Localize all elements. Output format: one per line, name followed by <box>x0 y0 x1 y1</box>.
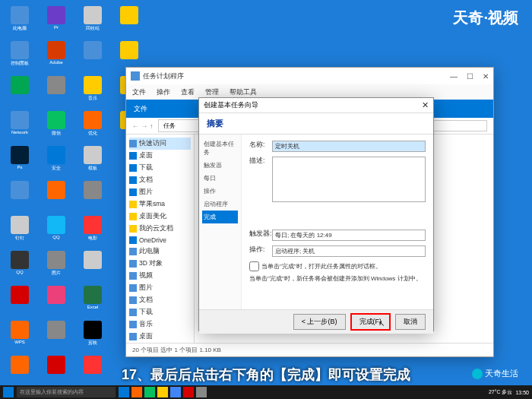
sidebar-item[interactable]: 文档 <box>129 174 191 186</box>
wizard-footer: < 上一步(B) 完成(F)↖ 取消 <box>199 309 433 334</box>
desktop-icon[interactable]: QQ <box>6 251 33 280</box>
desktop-icon[interactable] <box>6 286 33 315</box>
maximize-button[interactable]: ☐ <box>467 72 473 81</box>
action-label: 操作: <box>249 245 272 255</box>
desktop-icon[interactable]: 音乐 <box>79 76 106 105</box>
close-icon[interactable]: ✕ <box>422 100 429 110</box>
taskbar-app-icon[interactable] <box>183 387 194 397</box>
wizard-step[interactable]: 创建基本任务 <box>202 138 238 159</box>
desktop-icon[interactable]: 图片 <box>43 251 70 280</box>
sidebar-item[interactable]: 视频 <box>129 270 191 282</box>
wizard-titlebar[interactable]: 创建基本任务向导 ✕ <box>199 98 433 113</box>
desktop-icon[interactable] <box>43 181 70 210</box>
desktop-icon[interactable]: 模板 <box>79 146 106 175</box>
menu-item[interactable]: 查看 <box>181 87 195 97</box>
taskbar-app-icon[interactable] <box>196 387 207 397</box>
sidebar-item[interactable]: 下载 <box>129 162 191 174</box>
wizard-step[interactable]: 启动程序 <box>202 198 238 211</box>
create-task-wizard: 创建基本任务向导 ✕ 摘要 创建基本任务触发器每日操作启动程序完成 名称: 定时… <box>198 97 434 331</box>
sidebar-item[interactable]: 桌面 <box>129 150 191 162</box>
open-properties-checkbox[interactable]: 当单击"完成"时，打开此任务属性的对话框。 <box>249 261 426 271</box>
taskbar-app-icon[interactable] <box>157 387 168 397</box>
menu-item[interactable]: 文件 <box>132 87 146 97</box>
sidebar-item[interactable]: 快速访问 <box>129 138 191 150</box>
desktop-icon[interactable] <box>43 321 70 350</box>
cursor-icon: ↖ <box>378 319 385 328</box>
finish-button[interactable]: 完成(F)↖ <box>350 313 391 331</box>
sidebar-item[interactable]: 3D 对象 <box>129 258 191 270</box>
desktop-icon[interactable] <box>79 251 106 280</box>
menu-item[interactable]: 管理 <box>205 87 219 97</box>
sidebar-item[interactable]: 我的云文档 <box>129 223 191 235</box>
desktop-icon[interactable]: 安全 <box>43 146 70 175</box>
minimize-button[interactable]: — <box>450 72 458 81</box>
taskbar-app-icon[interactable] <box>119 387 129 397</box>
desktop-icon[interactable] <box>116 41 143 70</box>
wizard-step[interactable]: 完成 <box>202 211 238 223</box>
desc-field[interactable] <box>272 157 426 202</box>
wizard-step[interactable]: 操作 <box>202 185 238 198</box>
desktop-icon[interactable]: Ps <box>6 146 33 175</box>
menu-item[interactable]: 操作 <box>157 87 170 97</box>
wizard-step[interactable]: 每日 <box>202 172 238 185</box>
taskbar-app-icon[interactable] <box>144 387 155 397</box>
desktop-icon[interactable]: WPS <box>6 321 33 350</box>
back-button[interactable]: < 上一步(B) <box>293 314 346 330</box>
clock[interactable]: 13:50 <box>515 390 529 395</box>
wizard-steps: 创建基本任务触发器每日操作启动程序完成 <box>199 135 242 309</box>
sidebar-item[interactable]: 图片 <box>129 186 191 198</box>
sidebar-item[interactable]: 音乐 <box>129 318 191 331</box>
sidebar-item[interactable]: 图片 <box>129 282 191 294</box>
desktop-icon[interactable]: 优化 <box>79 111 106 140</box>
menu-item[interactable]: 帮助工具 <box>230 87 257 97</box>
desktop-icon[interactable] <box>43 76 70 105</box>
window-title: 任务计划程序 <box>143 71 184 81</box>
desktop-icon[interactable] <box>116 6 143 35</box>
tutorial-caption: 17、最后后点击右下角的【完成】即可设置完成 <box>0 366 532 384</box>
desktop-icon[interactable] <box>6 76 33 105</box>
name-field[interactable]: 定时关机 <box>272 141 426 152</box>
checkbox-input[interactable] <box>249 261 259 271</box>
desktop-icon[interactable]: Pr <box>43 6 70 35</box>
sidebar-item[interactable]: 此电脑 <box>129 245 191 258</box>
wizard-step[interactable]: 触发器 <box>202 159 238 172</box>
desktop-icon[interactable]: 此电脑 <box>6 6 33 35</box>
taskbar-app-icon[interactable] <box>131 387 142 397</box>
taskbar-app-icon[interactable] <box>170 387 181 397</box>
sidebar-item[interactable]: 桌面 <box>129 331 191 343</box>
desktop: 此电脑Pr回收站控制面板Adobe音乐Network微信优化Ps安全模板钉钉QQ… <box>0 0 532 399</box>
close-button[interactable]: ✕ <box>483 72 489 81</box>
sidebar-item[interactable]: 下载 <box>129 306 191 318</box>
desktop-icon[interactable]: 微信 <box>43 111 70 140</box>
desktop-icon[interactable] <box>6 181 33 210</box>
desktop-icon[interactable]: 控制面板 <box>6 41 33 70</box>
sidebar: 快速访问桌面下载文档图片苹果sma桌面美化我的云文档OneDrive此电脑3D … <box>126 135 195 343</box>
desktop-icon[interactable]: Network <box>6 111 33 140</box>
sidebar-item[interactable]: 桌面美化 <box>129 211 191 223</box>
sidebar-item[interactable]: OneDrive <box>129 235 191 245</box>
sidebar-item[interactable]: 苹果sma <box>129 198 191 211</box>
wizard-header: 摘要 <box>199 113 433 135</box>
desktop-icon[interactable] <box>43 286 70 315</box>
desktop-icon[interactable]: QQ <box>43 216 70 245</box>
sidebar-item[interactable]: 文档 <box>129 294 191 306</box>
window-titlebar[interactable]: 任务计划程序 — ☐ ✕ <box>126 68 493 84</box>
wizard-content: 名称: 定时关机 描述: 触发器: 每日; 在每天的 12:49 操作: 启动程… <box>242 135 433 309</box>
desktop-icon[interactable]: Adobe <box>43 41 70 70</box>
desktop-icon[interactable] <box>79 181 106 210</box>
search-input[interactable] <box>426 120 487 131</box>
taskbar-search[interactable]: 在这里输入你要搜索的内容 <box>17 387 116 397</box>
desktop-icon[interactable]: 回收站 <box>79 6 106 35</box>
desktop-icon[interactable] <box>79 41 106 70</box>
start-button[interactable] <box>3 387 14 397</box>
desktop-icon[interactable]: 电影 <box>79 216 106 245</box>
cancel-button[interactable]: 取消 <box>395 314 426 330</box>
desktop-icon[interactable]: Excel <box>79 286 106 315</box>
app-icon <box>131 71 140 81</box>
nav-arrows[interactable]: ← → ↑ <box>132 122 154 130</box>
desc-label: 描述: <box>249 157 272 166</box>
weather[interactable]: 27°C 多云 <box>489 388 513 396</box>
action-field: 启动程序; 关机 <box>272 245 426 257</box>
desktop-icon[interactable]: 剪映 <box>79 321 106 350</box>
desktop-icon[interactable]: 钉钉 <box>6 216 33 245</box>
